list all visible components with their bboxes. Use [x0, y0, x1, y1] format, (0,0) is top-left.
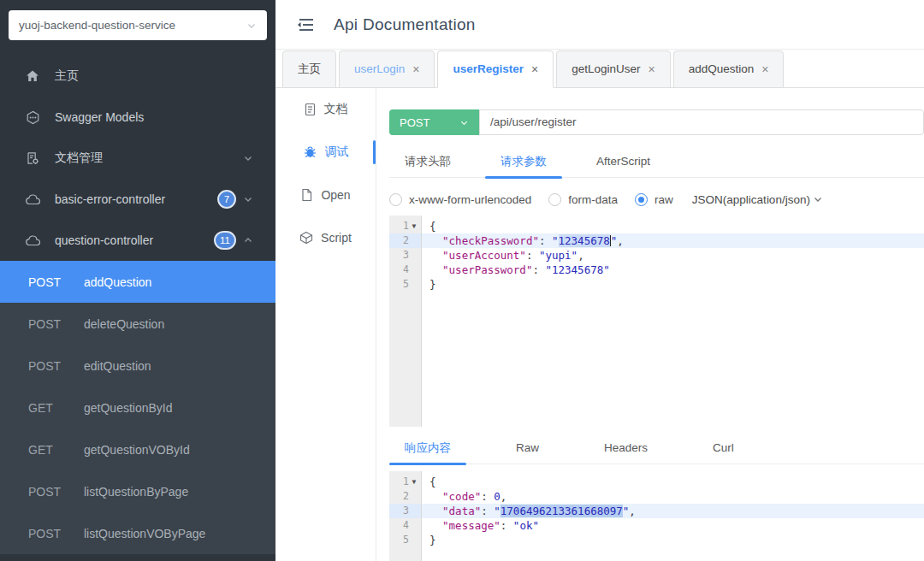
body-type-label: raw: [654, 193, 673, 206]
code-token: "message": [442, 519, 500, 532]
endpoint-method: GET: [28, 443, 84, 457]
url-input[interactable]: /api/user/register: [479, 109, 924, 135]
line-number: 3: [389, 504, 421, 518]
fold-toggle-icon[interactable]: ▼: [409, 475, 419, 489]
response-editor-code[interactable]: { "code": 0, "data": "170649621336166809…: [422, 471, 924, 561]
endpoint-listQuestionByPage[interactable]: POSTlistQuestionByPage: [0, 470, 275, 512]
request-editor-code[interactable]: { "checkPassword": "12345678", "userAcco…: [422, 216, 924, 427]
line-number-text: 4: [403, 518, 409, 533]
response-tabs: 响应内容RawHeadersCurl: [389, 432, 924, 464]
line-number-text: 5: [403, 277, 409, 292]
endpoint-method: POST: [28, 359, 84, 373]
radio-unchecked-icon[interactable]: [389, 193, 402, 206]
code-token: "userAccount": [442, 249, 526, 262]
method-select[interactable]: POST: [389, 109, 479, 135]
request-body-editor[interactable]: 1▼2345{ "checkPassword": "12345678", "us…: [389, 216, 924, 427]
sidebar-item-basic-error-controller[interactable]: basic-error-controller7: [0, 179, 275, 220]
script-icon: [299, 231, 313, 245]
request-tab-request-params[interactable]: 请求参数: [485, 145, 562, 177]
chevron-down-icon: [246, 21, 257, 31]
close-icon[interactable]: ×: [412, 51, 419, 87]
line-number-text: 5: [403, 533, 409, 547]
doc-nav-label: 文档: [324, 102, 348, 117]
doc-nav-debug[interactable]: 调试: [275, 131, 376, 174]
chevron-down-icon: [813, 194, 823, 204]
body-type-label: form-data: [568, 193, 618, 206]
body-type-form-data[interactable]: form-data: [548, 193, 618, 206]
radio-unchecked-icon[interactable]: [548, 193, 561, 206]
tab-home[interactable]: 主页: [282, 50, 336, 88]
close-icon[interactable]: ×: [531, 51, 538, 87]
body-type-urlencoded[interactable]: x-www-form-urlencoded: [389, 193, 531, 206]
code-token: {: [429, 475, 436, 488]
sidebar-item-question-controller[interactable]: question-controller11: [0, 220, 275, 261]
close-icon[interactable]: ×: [761, 51, 768, 87]
doc-gear-icon: [26, 151, 41, 165]
endpoint-editQuestion[interactable]: POSTeditQuestion: [0, 345, 275, 387]
doc-nav-open[interactable]: Open: [275, 174, 376, 216]
response-tab-raw[interactable]: Raw: [500, 432, 554, 464]
code-token: "data": [442, 505, 481, 517]
line-number: 2: [389, 233, 421, 248]
sidebar-item-home[interactable]: 主页: [0, 56, 275, 97]
code-token: 0: [494, 490, 500, 503]
code-token: }: [429, 278, 436, 291]
response-tab-headers[interactable]: Headers: [589, 432, 663, 464]
doc-nav-label: 调试: [325, 145, 349, 160]
endpoint-name: getQuestionVOById: [84, 443, 190, 457]
code-token: :: [539, 234, 552, 247]
sidebar-item-doc-manage[interactable]: 文档管理: [0, 138, 275, 179]
fold-toggle-icon[interactable]: ▼: [409, 219, 419, 233]
response-tab-curl[interactable]: Curl: [697, 432, 749, 464]
code-line: "userAccount": "yupi",: [422, 248, 924, 263]
endpoint-getQuestionById[interactable]: GETgetQuestionById: [0, 387, 275, 428]
code-token: [429, 249, 442, 262]
radio-checked-icon[interactable]: [635, 193, 648, 206]
endpoint-method: POST: [28, 317, 84, 331]
endpoint-name: getQuestionById: [84, 401, 173, 415]
endpoint-getQuestionVOById[interactable]: GETgetQuestionVOById: [0, 428, 275, 470]
body-type-label: x-www-form-urlencoded: [409, 193, 531, 206]
tab-getLoginUser[interactable]: getLoginUser×: [556, 50, 671, 88]
request-tab-request-headers[interactable]: 请求头部: [389, 145, 466, 177]
line-number-text: 1: [403, 219, 409, 233]
tab-userRegister[interactable]: userRegister×: [437, 50, 554, 88]
code-line: "userPassword": "12345678": [422, 263, 924, 277]
body-type-raw[interactable]: raw: [635, 193, 673, 206]
endpoint-addQuestion[interactable]: POSTaddQuestion: [0, 261, 275, 303]
code-token: [429, 263, 442, 276]
line-number-text: 3: [403, 248, 409, 263]
collapse-menu-icon[interactable]: [296, 17, 315, 32]
doc-nav-script[interactable]: Script: [275, 216, 376, 259]
request-tab-afterscript[interactable]: AfterScript: [581, 145, 666, 177]
content-type-select[interactable]: JSON(application/json): [692, 193, 823, 206]
request-line: POST /api/user/register: [389, 109, 924, 135]
response-editor-gutter: 1▼2345: [389, 471, 422, 561]
endpoint-deleteQuestion[interactable]: POSTdeleteQuestion: [0, 303, 275, 345]
code-token: 1706496213361668097: [500, 505, 623, 517]
tab-userLogin[interactable]: userLogin×: [339, 50, 435, 88]
response-tab-response-content[interactable]: 响应内容: [389, 432, 466, 464]
code-token: "userPassword": [442, 263, 532, 276]
sidebar-item-swagger-models[interactable]: Swagger Models: [0, 97, 275, 138]
line-number-text: 1: [403, 475, 409, 489]
close-icon[interactable]: ×: [649, 51, 655, 87]
tab-addQuestion[interactable]: addQuestion×: [673, 50, 785, 88]
open-file-icon: [300, 188, 313, 202]
response-body-editor[interactable]: 1▼2345{ "code": 0, "data": "170649621336…: [389, 471, 924, 561]
endpoint-listQuestionVOByPage[interactable]: POSTlistQuestionVOByPage: [0, 512, 275, 554]
endpoint-method: POST: [28, 485, 84, 499]
line-number: 5: [389, 533, 421, 547]
body-type-row: x-www-form-urlencodedform-datarawJSON(ap…: [389, 186, 924, 212]
code-line: }: [422, 533, 924, 547]
doc-nav-docs[interactable]: 文档: [275, 88, 376, 131]
code-token: :: [526, 249, 539, 262]
line-number: 4: [389, 518, 421, 533]
service-select[interactable]: yuoj-backend-question-service: [9, 10, 267, 40]
line-number: 1▼: [389, 219, 421, 233]
code-token: "code": [442, 490, 481, 503]
code-token: ,: [617, 234, 624, 247]
doc-nav: 文档调试OpenScript: [275, 88, 376, 561]
sidebar-item-label: question-controller: [55, 233, 153, 247]
tab-label: userRegister: [453, 51, 524, 87]
